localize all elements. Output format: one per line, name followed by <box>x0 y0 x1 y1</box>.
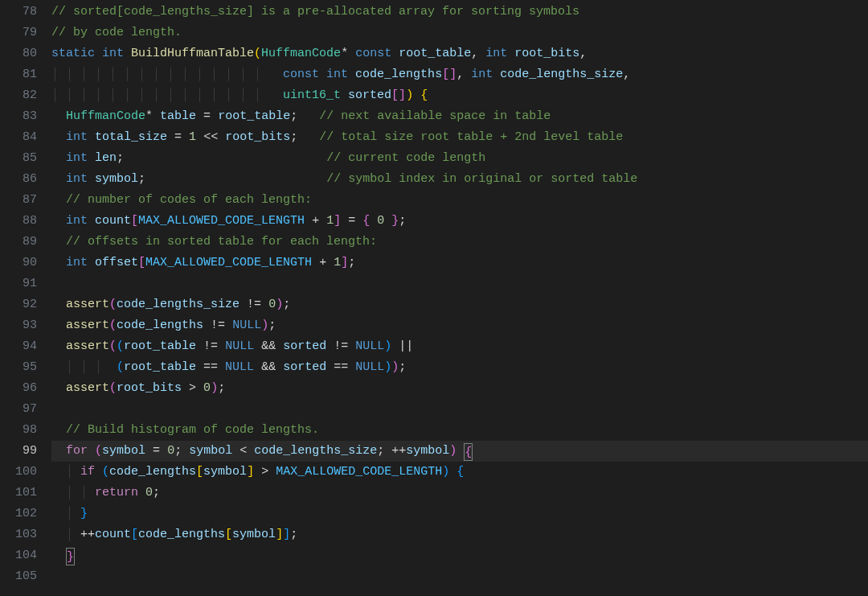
token-punc: , <box>471 47 478 60</box>
code-line[interactable]: assert(code_lengths_size != 0); <box>51 294 868 315</box>
token-macro: MAX_ALLOWED_CODE_LENGTH <box>138 214 305 228</box>
token-keyword: int <box>66 172 88 186</box>
code-line[interactable]: // by code length. <box>51 23 868 43</box>
token-var: total_size <box>95 130 167 144</box>
token-op: << <box>203 130 218 144</box>
token-var: sorted <box>283 360 326 374</box>
token-number: 0 <box>145 486 153 499</box>
paren-open: ( <box>109 381 117 395</box>
token-var: root_table <box>124 339 196 353</box>
brace-close: } <box>80 507 88 520</box>
code-line[interactable]: │ if (code_lengths[symbol] > MAX_ALLOWED… <box>51 462 868 483</box>
token-var: root_table <box>218 109 290 123</box>
code-line[interactable]: │ │ │ │ │ │ │ │ │ │ │ │ │ │ │ const int … <box>51 64 868 85</box>
code-line[interactable]: int len; // current code length <box>51 148 868 169</box>
token-op: != <box>203 339 218 353</box>
code-area[interactable]: // sorted[code_lengths_size] is a pre-al… <box>51 0 868 596</box>
token-punc: ; <box>117 151 124 165</box>
indent-guide <box>51 193 66 207</box>
token-var: symbol <box>203 465 247 479</box>
comment: // current code length <box>326 151 485 165</box>
token-keyword: const <box>283 68 319 81</box>
token-op: = <box>203 109 211 123</box>
code-line[interactable]: int count[MAX_ALLOWED_CODE_LENGTH + 1] =… <box>51 211 868 232</box>
bracket-close: ] <box>449 68 457 81</box>
token-punc: ; <box>153 486 160 499</box>
line-number: 81 <box>0 64 37 85</box>
paren-close: ) <box>406 88 413 102</box>
code-line[interactable]: HuffmanCode* table = root_table; // next… <box>51 106 868 127</box>
code-line[interactable] <box>51 566 868 587</box>
token-keyword: int <box>66 256 88 269</box>
token-keyword: int <box>66 130 88 144</box>
line-number: 94 <box>0 336 37 357</box>
indent-guide: │ │ │ │ │ │ │ │ │ │ │ │ │ │ │ <box>51 68 283 81</box>
code-line[interactable]: // Build histogram of code lengths. <box>51 420 868 441</box>
brace-close: } <box>391 214 399 228</box>
code-line[interactable]: │ │ │ │ │ │ │ │ │ │ │ │ │ │ │ uint16_t s… <box>51 85 868 106</box>
token-number: 1 <box>334 256 341 269</box>
bracket-open: [ <box>225 528 232 541</box>
code-line[interactable]: │ } <box>51 504 868 524</box>
indent-guide <box>51 319 66 332</box>
line-number: 104 <box>0 545 37 566</box>
token-op: = <box>153 444 160 458</box>
comment: // number of codes of each length: <box>66 193 312 207</box>
code-line[interactable]: } <box>51 545 868 566</box>
bracket-open: [ <box>131 214 138 228</box>
token-number: 0 <box>268 298 276 311</box>
line-number: 96 <box>0 378 37 399</box>
code-line[interactable]: int symbol; // symbol index in original … <box>51 169 868 190</box>
line-number: 105 <box>0 566 37 587</box>
token-punc: ; <box>399 360 406 374</box>
paren-open: ( <box>254 47 261 60</box>
token-macro: MAX_ALLOWED_CODE_LENGTH <box>276 465 442 479</box>
code-line[interactable]: │ ++count[code_lengths[symbol]]; <box>51 524 868 545</box>
token-punc: ; <box>348 256 355 269</box>
comment: // sorted[code_lengths_size] is a pre-al… <box>51 5 579 18</box>
token-var: code_lengths <box>138 528 225 541</box>
token-keyword: int <box>471 68 493 81</box>
code-line[interactable]: // number of codes of each length: <box>51 190 868 211</box>
token-var: symbol <box>102 444 145 458</box>
indent-guide <box>51 381 66 395</box>
token-null: NULL <box>225 339 254 353</box>
code-line[interactable]: assert(root_bits > 0); <box>51 378 868 399</box>
token-punc: ; <box>283 298 290 311</box>
token-number: 0 <box>377 214 384 228</box>
token-op: == <box>203 360 218 374</box>
brace-open: { <box>457 465 464 479</box>
line-number-gutter: 78 79 80 81 82 83 84 85 86 87 88 89 90 9… <box>0 0 51 596</box>
code-editor[interactable]: 78 79 80 81 82 83 84 85 86 87 88 89 90 9… <box>0 0 868 596</box>
token-func: assert <box>66 298 109 311</box>
code-line[interactable] <box>51 273 868 294</box>
token-null: NULL <box>355 360 384 374</box>
code-line[interactable]: assert(code_lengths != NULL); <box>51 315 868 336</box>
code-line[interactable]: // offsets in sorted table for each leng… <box>51 232 868 253</box>
code-line[interactable]: static int BuildHuffmanTable(HuffmanCode… <box>51 43 868 64</box>
line-number: 78 <box>0 2 37 23</box>
line-number: 89 <box>0 232 37 253</box>
comment: // symbol index in original or sorted ta… <box>326 172 637 186</box>
indent-guide <box>51 109 66 123</box>
token-punc: ; <box>138 172 145 186</box>
code-line[interactable]: // sorted[code_lengths_size] is a pre-al… <box>51 2 868 23</box>
code-line[interactable]: int offset[MAX_ALLOWED_CODE_LENGTH + 1]; <box>51 253 868 273</box>
token-punc: ; <box>399 214 406 228</box>
code-line[interactable] <box>51 399 868 420</box>
comment: // Build histogram of code lengths. <box>66 423 319 437</box>
token-type: uint16_t <box>283 88 341 102</box>
code-line[interactable]: int total_size = 1 << root_bits; // tota… <box>51 127 868 148</box>
bracket-close: ] <box>341 256 348 269</box>
code-line-current[interactable]: for (symbol = 0; symbol < code_lengths_s… <box>51 441 868 462</box>
code-line[interactable]: │ │ return 0; <box>51 483 868 504</box>
cursor-bracket-match: } <box>66 548 75 565</box>
token-var: count <box>95 214 131 228</box>
code-line[interactable]: assert((root_table != NULL && sorted != … <box>51 336 868 357</box>
token-keyword: if <box>80 465 95 479</box>
token-op: ++ <box>391 444 406 458</box>
token-param: code_lengths_size <box>500 68 623 81</box>
bracket-close: ] <box>399 88 406 102</box>
indent-guide <box>51 214 66 228</box>
code-line[interactable]: │ │ │ (root_table == NULL && sorted == N… <box>51 357 868 378</box>
